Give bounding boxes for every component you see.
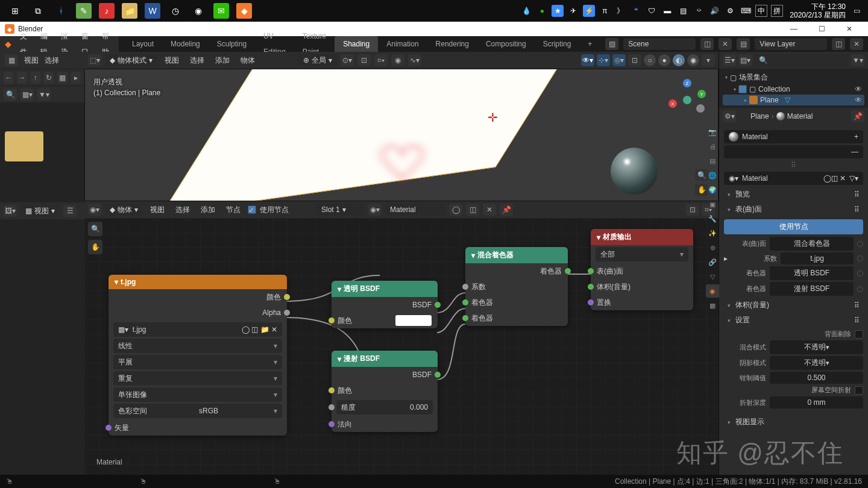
shadow-val[interactable]: 不透明 ▾ <box>770 356 863 370</box>
clock-icon[interactable]: ◷ <box>168 3 183 19</box>
shader2-val[interactable]: 漫射 BSDF <box>770 282 854 296</box>
node-editor[interactable]: 🔍 ✋ ▾ t.jpg 颜色 Alpha ▦▾ t.jpg ◯ ◫ 📁 ✕ <box>84 218 719 475</box>
proj-select[interactable]: 平展 <box>113 355 282 369</box>
3d-viewport[interactable]: ♡ ✛ 用户透视 (1) Collection | Plane X Y Z 🔍 … <box>84 69 719 201</box>
mat-name-field[interactable]: Material <box>385 204 445 216</box>
wifi-icon[interactable]: ⌔ <box>693 5 705 17</box>
interp-select[interactable]: 线性 <box>113 339 282 353</box>
tab-scene[interactable]: 🌐 <box>706 169 719 182</box>
gizmo-icon[interactable]: ⊹▾ <box>597 54 610 66</box>
sec-preview[interactable]: 预览⠿ <box>724 187 863 202</box>
orientation-select[interactable]: ⊕ 全局 ▾ <box>298 54 337 66</box>
sys-icon[interactable]: ● <box>536 5 548 17</box>
sec-vp-display[interactable]: 视图显示 <box>724 414 863 430</box>
outliner-collection[interactable]: ▾▢ Collection👁 <box>723 84 864 95</box>
editor-type-icon[interactable]: ⬚▾ <box>88 54 101 66</box>
use-nodes-button[interactable]: 使用节点 <box>724 219 863 234</box>
tab-data[interactable]: ▽ <box>706 270 719 283</box>
tab-sculpting[interactable]: Sculpting <box>209 36 255 52</box>
tab-world[interactable]: 🌍 <box>706 183 719 196</box>
prop-mode-icon[interactable]: ∿▾ <box>408 54 421 66</box>
lookdev-icon[interactable]: ◐ <box>673 54 685 66</box>
img-more-icon[interactable]: ☰ <box>63 205 77 217</box>
blend-val[interactable]: 不透明 ▾ <box>770 340 863 354</box>
in-color[interactable]: 颜色 <box>332 313 438 328</box>
notifications-icon[interactable]: ▭ <box>851 5 863 17</box>
sys-icon[interactable]: ❝ <box>630 5 642 17</box>
sys-icon[interactable]: ▬ <box>661 5 673 17</box>
file-browser-body[interactable] <box>0 102 84 475</box>
sys-icon[interactable]: ⚡ <box>583 5 595 17</box>
scene-new-icon[interactable]: ◫ <box>700 38 714 50</box>
node-mix-shader[interactable]: ▾ 混合着色器 着色器 系数 着色器 着色器 <box>465 247 568 326</box>
defender-icon[interactable]: 🛡 <box>646 5 658 17</box>
target-select[interactable]: 全部 <box>596 247 688 261</box>
node-transparent-bsdf[interactable]: ▾ 透明 BSDF BSDF 颜色 <box>332 281 438 328</box>
sys-icon[interactable]: 💧 <box>520 5 532 17</box>
vp-select[interactable]: 选择 <box>186 55 208 66</box>
node-image-texture[interactable]: ▾ t.jpg 颜色 Alpha ▦▾ t.jpg ◯ ◫ 📁 ✕ 线性 平展 … <box>108 275 287 436</box>
node-title[interactable]: ▾ t.jpg <box>108 275 287 289</box>
vp-add[interactable]: 添加 <box>212 55 233 66</box>
mode-select[interactable]: ◆ 物体模式 ▾ <box>105 54 157 66</box>
tab-anim[interactable]: Animation <box>378 36 427 52</box>
overlay-icon[interactable]: ◎▾ <box>612 54 626 66</box>
ne-snap-icon[interactable]: ⊡ <box>686 204 699 216</box>
search-icon[interactable]: 🔍 <box>4 89 17 101</box>
in-color[interactable]: 颜色 <box>332 383 438 398</box>
sys-icon[interactable]: 》 <box>614 5 626 17</box>
slot-select[interactable]: Slot 1 ▾ <box>316 204 365 216</box>
tab-layout[interactable]: Layout <box>124 36 162 52</box>
blender-taskbar-icon[interactable]: ◆ <box>236 3 252 19</box>
up-icon[interactable]: ↑ <box>31 72 40 84</box>
roughness-field[interactable]: 糙度0.000 <box>336 400 433 414</box>
img-mode[interactable]: ▦ 视图 ▾ <box>20 205 60 217</box>
layer-del-icon[interactable]: ✕ <box>850 38 863 50</box>
bluetooth-icon[interactable]: ᚼ <box>53 3 69 19</box>
tab-shading[interactable]: Shading <box>335 36 378 52</box>
sys-icon[interactable]: ✈ <box>567 5 579 17</box>
display-icon[interactable]: ▦▾ <box>20 89 34 101</box>
scene-icon[interactable]: ▨ <box>605 38 618 50</box>
refresh-icon[interactable]: ↻ <box>44 72 54 84</box>
ne-zoom-icon[interactable]: 🔍 <box>88 222 102 236</box>
mat-name-field[interactable]: ◉▾Material ◯◫ ✕ ▽▾ <box>724 172 863 185</box>
node-title[interactable]: ▾ 漫射 BSDF <box>332 351 438 367</box>
viewlayer-field[interactable]: View Layer <box>755 38 827 50</box>
tab-material[interactable]: ◉ <box>706 284 719 298</box>
tab-physics[interactable]: ⊚ <box>706 241 719 254</box>
pivot-icon[interactable]: ⊙▾ <box>341 54 354 66</box>
expand-icon[interactable]: ▸ <box>71 72 81 84</box>
sec-volume[interactable]: 体积(音量)⠿ <box>724 298 863 313</box>
node-title[interactable]: ▾ 材质输出 <box>591 229 693 245</box>
ime-icon-2[interactable]: 拼 <box>771 5 783 17</box>
shader1-val[interactable]: 透明 BSDF <box>770 266 854 280</box>
scene-field[interactable]: Scene <box>623 38 696 50</box>
task-view-icon[interactable]: ⧉ <box>30 3 46 19</box>
img-editor-icon[interactable]: 🖼▾ <box>4 205 17 217</box>
outliner-editor-icon[interactable]: ☰▾ <box>723 54 736 66</box>
sys-icon[interactable]: ⚙ <box>724 5 736 17</box>
newdir-icon[interactable]: ▦ <box>57 72 67 84</box>
tab-modifier[interactable]: 🔧 <box>706 212 719 225</box>
fb-select[interactable]: 选择 <box>45 55 59 66</box>
node-diffuse-bsdf[interactable]: ▾ 漫射 BSDF BSDF 颜色 糙度0.000 法向 <box>332 351 438 432</box>
snap-icon[interactable]: ⊡ <box>357 54 371 66</box>
plane-object[interactable] <box>162 69 588 201</box>
refr-val[interactable]: 0 mm <box>770 396 863 408</box>
fac-val[interactable]: t.jpg <box>781 252 854 264</box>
sys-icon[interactable]: ▤ <box>677 5 689 17</box>
word-icon[interactable]: W <box>145 3 160 19</box>
explorer-icon[interactable]: 📁 <box>122 3 137 19</box>
tab-object[interactable]: ▣ <box>706 198 719 211</box>
solid-icon[interactable]: ● <box>658 54 670 66</box>
outliner-search[interactable]: 🔍 <box>754 54 849 66</box>
snap-mode-icon[interactable]: ⌗▾ <box>374 54 388 66</box>
mat-slot[interactable]: Material + <box>724 130 863 143</box>
sec-surface[interactable]: 表(曲)面⠿ <box>724 202 863 217</box>
surface-val[interactable]: 混合着色器 <box>770 237 854 251</box>
tab-compositing[interactable]: Compositing <box>477 36 535 52</box>
ne-view[interactable]: 视图 <box>146 205 168 215</box>
node-material-output[interactable]: ▾ 材质输出 全部 表(曲)面 体积(音量) 置换 <box>591 229 693 310</box>
layer-new-icon[interactable]: ◫ <box>832 38 845 50</box>
